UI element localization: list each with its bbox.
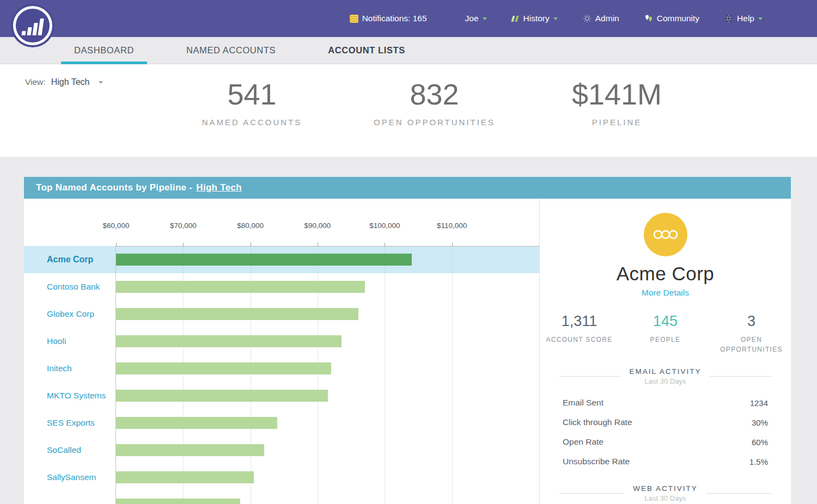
view-selector[interactable]: View: High Tech bbox=[25, 77, 103, 87]
divider-line bbox=[706, 493, 771, 494]
account-row-hooli: Hooli bbox=[24, 328, 539, 355]
account-row-sallysansem: SallySansem bbox=[24, 464, 539, 491]
pipeline-bar[interactable] bbox=[116, 499, 240, 504]
activity-row-email-sent: Email Sent1234 bbox=[563, 393, 768, 413]
pipeline-bar[interactable] bbox=[116, 308, 358, 320]
pipeline-bar[interactable] bbox=[116, 254, 412, 266]
summary-stat-pipeline: $141MPIPELINE bbox=[526, 77, 708, 127]
brand-logo[interactable] bbox=[11, 4, 54, 47]
x-axis-label: $60,000 bbox=[103, 222, 130, 230]
view-selector-label: View: bbox=[25, 77, 46, 87]
stat-label: OPEN OPPORTUNITIES bbox=[343, 118, 526, 127]
page: Notifications: 165 JoeHistoryAdminCommun… bbox=[0, 0, 817, 504]
email-activity-rows: Email Sent1234Click through Rate30%Open … bbox=[563, 393, 768, 471]
chart-card: Top Named Accounts by Pipeline - High Te… bbox=[24, 177, 791, 504]
chart-card-body: Acme CorpContoso BankGlobex CorpHooliIni… bbox=[24, 199, 791, 504]
pipeline-bar[interactable] bbox=[116, 362, 331, 374]
web-activity-subtitle: Last 30 Days bbox=[633, 494, 698, 502]
account-stat-value: 3 bbox=[716, 313, 788, 330]
account-stat-open-opportunities: 3OPEN OPPORTUNITIES bbox=[716, 313, 788, 354]
account-row-ses-exports: SES Exports bbox=[24, 409, 539, 437]
nav-item-help[interactable]: Help bbox=[724, 14, 763, 23]
pipeline-bar[interactable] bbox=[116, 444, 264, 456]
activity-value: 1.5% bbox=[737, 457, 768, 466]
account-stats: 1,311ACCOUNT SCORE145PEOPLE3OPEN OPPORTU… bbox=[540, 313, 791, 354]
pipeline-bar[interactable] bbox=[116, 390, 328, 402]
tab-named-accounts[interactable]: NAMED ACCOUNTS bbox=[173, 37, 289, 64]
chart-title: Top Named Accounts by Pipeline - bbox=[36, 182, 192, 193]
stat-label: PIPELINE bbox=[526, 118, 708, 127]
nav-item-label: Community bbox=[657, 14, 699, 23]
account-stat-people: 145PEOPLE bbox=[630, 313, 702, 345]
nav-item-admin[interactable]: Admin bbox=[583, 14, 619, 23]
account-stat-value: 145 bbox=[630, 313, 702, 330]
account-name: Acme Corp bbox=[540, 263, 791, 285]
chart-rows: Acme CorpContoso BankGlobex CorpHooliIni… bbox=[24, 246, 539, 504]
activity-value: 60% bbox=[737, 438, 768, 447]
account-label[interactable]: SES Exports bbox=[24, 418, 115, 428]
pipeline-bar-chart: Acme CorpContoso BankGlobex CorpHooliIni… bbox=[24, 199, 539, 504]
tab-label: NAMED ACCOUNTS bbox=[186, 45, 276, 56]
activity-row-click-through-rate: Click through Rate30% bbox=[563, 413, 768, 432]
nav-menu: JoeHistoryAdminCommunityHelp bbox=[465, 14, 763, 23]
pipeline-bar[interactable] bbox=[116, 335, 342, 347]
chevron-down-icon bbox=[758, 17, 763, 22]
account-label[interactable]: Acme Corp bbox=[24, 255, 115, 265]
account-row-mkto-systems: MKTO Systems bbox=[24, 382, 539, 409]
account-stat-value: 1,311 bbox=[544, 313, 615, 330]
nav-item-label: Admin bbox=[595, 14, 619, 23]
x-axis-label: $110,000 bbox=[437, 222, 467, 230]
tab-dashboard[interactable]: DASHBOARD bbox=[61, 37, 147, 64]
tab-bar: DASHBOARDNAMED ACCOUNTSACCOUNT LISTS bbox=[0, 37, 817, 64]
more-details-link[interactable]: More Details bbox=[642, 288, 689, 298]
pipeline-bar[interactable] bbox=[116, 471, 254, 483]
account-stat-label: ACCOUNT SCORE bbox=[544, 335, 615, 345]
high-tech-link[interactable]: High Tech bbox=[196, 182, 242, 193]
chevron-down-icon bbox=[99, 81, 103, 86]
account-label[interactable]: Hooli bbox=[24, 336, 115, 346]
nav-item-community[interactable]: Community bbox=[644, 14, 699, 23]
notifications-item[interactable]: Notifications: 165 bbox=[351, 14, 427, 23]
divider-line bbox=[559, 376, 621, 377]
bar-chart-logo-icon bbox=[8, 4, 57, 47]
summary-stat-open-opportunities: 832OPEN OPPORTUNITIES bbox=[343, 77, 526, 127]
view-selector-value: High Tech bbox=[51, 77, 90, 87]
account-stat-account-score: 1,311ACCOUNT SCORE bbox=[544, 313, 615, 345]
account-label[interactable]: MKTO Systems bbox=[24, 391, 115, 401]
account-label[interactable]: SallySansem bbox=[24, 472, 115, 482]
divider-line bbox=[710, 376, 771, 377]
nav-item-label: History bbox=[523, 14, 550, 23]
account-detail-panel: Acme Corp More Details 1,311ACCOUNT SCOR… bbox=[539, 199, 791, 504]
account-label[interactable]: SoCalled bbox=[24, 445, 115, 455]
x-axis-label: $80,000 bbox=[237, 222, 264, 230]
account-label[interactable]: Globex Corp bbox=[24, 309, 115, 319]
stat-value: 541 bbox=[161, 77, 343, 111]
tab-label: ACCOUNT LISTS bbox=[328, 45, 405, 56]
chart-card-header: Top Named Accounts by Pipeline - High Te… bbox=[24, 177, 791, 199]
activity-label: Click through Rate bbox=[563, 417, 663, 427]
gear-icon bbox=[583, 14, 592, 23]
activity-value: 1234 bbox=[737, 398, 768, 408]
history-icon bbox=[512, 16, 520, 22]
account-row-acme-corp: Acme Corp bbox=[24, 246, 539, 273]
account-row-socalled: SoCalled bbox=[24, 437, 539, 464]
nav-item-history[interactable]: History bbox=[512, 14, 558, 23]
account-row-10 bbox=[24, 491, 539, 504]
email-activity-header: EMAIL ACTIVITY Last 30 Days bbox=[559, 367, 771, 385]
pipeline-bar[interactable] bbox=[116, 281, 365, 293]
globe-help-icon bbox=[724, 14, 733, 23]
nav-item-joe[interactable]: Joe bbox=[465, 14, 487, 23]
summary-stat-named-accounts: 541NAMED ACCOUNTS bbox=[161, 77, 343, 127]
doodle-loops-icon bbox=[653, 226, 678, 243]
nav-item-label: Help bbox=[737, 14, 754, 23]
account-label[interactable]: Contoso Bank bbox=[24, 282, 115, 292]
tab-label: DASHBOARD bbox=[74, 45, 134, 56]
pipeline-bar[interactable] bbox=[116, 417, 277, 429]
activity-row-open-rate: Open Rate60% bbox=[563, 432, 768, 452]
stat-label: NAMED ACCOUNTS bbox=[161, 118, 343, 127]
account-avatar bbox=[644, 213, 687, 256]
tab-account-lists[interactable]: ACCOUNT LISTS bbox=[315, 37, 418, 64]
email-activity-subtitle: Last 30 Days bbox=[630, 377, 702, 385]
x-axis-label: $90,000 bbox=[304, 222, 331, 230]
account-label[interactable]: Initech bbox=[24, 364, 115, 373]
